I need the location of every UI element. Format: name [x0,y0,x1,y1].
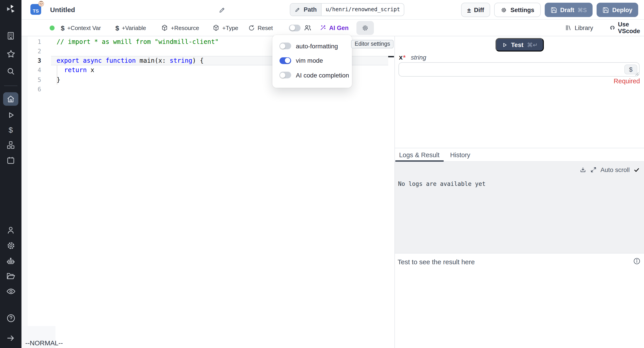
gear-icon [6,240,16,251]
arrow-right-icon [6,333,16,343]
editor-settings-tooltip: Editor settings [351,40,394,48]
toggle-switch[interactable] [279,57,291,64]
sidebar-item-search[interactable] [5,65,16,77]
path-field[interactable]: Path u/henri/renowned_script [290,3,404,16]
sidebar-item-home[interactable] [3,92,18,106]
vim-mode-row[interactable]: vim mode [279,57,323,64]
run-panel: Test ⌘↵ x* string $ Required Logs & Resu… [395,36,644,348]
script-emoji-icon [38,1,44,7]
path-label: Path [304,6,317,13]
sidebar-item-variables[interactable]: $ [5,124,16,136]
line-number: 2 [22,47,41,56]
add-type-button[interactable]: +Type [212,20,238,36]
code-line[interactable] [56,47,219,56]
test-button[interactable]: Test ⌘↵ [496,38,544,52]
argument-input[interactable]: $ [398,62,640,76]
download-logs-icon[interactable] [580,166,586,173]
path-value[interactable]: u/henri/renowned_script [322,3,404,16]
path-label-segment: Path [290,3,322,16]
calendar-icon [6,155,16,165]
sidebar-item-workers[interactable] [5,255,16,267]
code-line[interactable]: export async function main(x: string) { [56,56,219,66]
sidebar-item-audit-logs[interactable] [5,285,16,297]
save-icon [550,7,557,13]
sidebar-item-settings[interactable] [5,240,16,251]
library-button[interactable]: Library [565,20,593,36]
multiplayer-users[interactable] [304,20,312,36]
code-line[interactable]: // import * as wmill from "windmill-clie… [56,37,219,47]
toggle-label: vim mode [296,57,323,64]
library-label: Library [575,24,593,31]
folder-open-icon [6,271,16,281]
indent-guide [57,66,57,85]
building-icon [6,31,16,41]
editor-settings-button[interactable] [356,21,374,35]
sidebar-item-help[interactable] [5,312,16,324]
sidebar-item-schedules[interactable] [5,154,16,166]
language-badge-label: TS [33,8,39,14]
info-icon[interactable] [633,257,641,265]
reset-icon [248,24,255,31]
home-icon [6,94,16,104]
draft-label: Draft [560,7,574,13]
check-icon[interactable] [634,167,640,173]
search-icon [6,66,16,76]
auto-scroll-label[interactable]: Auto scroll [600,166,630,173]
logs-toolbar: Auto scroll [580,166,640,173]
sidebar-item-favorites[interactable] [5,48,16,60]
robot-icon [6,256,16,266]
reset-button[interactable]: Reset [248,20,273,36]
add-context-var-button[interactable]: $ +Context Var [61,20,101,36]
expand-logs-icon[interactable] [590,166,596,173]
cubes-icon [6,140,16,150]
line-number: 3 [22,56,41,66]
add-resource-button[interactable]: +Resource [161,20,199,36]
sidebar-item-users[interactable] [5,224,16,236]
deploy-button[interactable]: Deploy [596,3,638,17]
use-vscode-label: Use VScode [618,21,644,35]
package-icon [212,24,220,31]
users-icon [304,24,312,32]
code-lines[interactable]: // import * as wmill from "windmill-clie… [56,37,219,94]
multiplayer-toggle[interactable] [289,20,300,36]
diff-button[interactable]: ± Diff [461,3,490,17]
edit-title-pencil-icon[interactable] [219,6,226,14]
windmill-logo[interactable] [5,3,16,15]
sidebar-divider [4,86,18,86]
settings-button[interactable]: Settings [494,3,541,17]
pencil-icon [295,7,300,12]
add-resource-label: +Resource [171,24,199,31]
toggle-switch[interactable] [279,43,291,49]
tab-logs-result[interactable]: Logs & Result [395,148,444,162]
use-vscode-button[interactable]: Use VScode [610,20,644,36]
multiplayer-toggle-switch[interactable] [289,24,300,31]
sidebar-item-runs[interactable] [5,109,16,121]
sidebar-item-resources[interactable] [5,139,16,151]
diff-label: Diff [474,7,484,13]
code-line[interactable]: } [56,75,219,85]
line-number: 4 [22,66,41,75]
code-line[interactable] [56,85,219,94]
sidebar-collapse-button[interactable] [5,332,16,344]
ai-gen-button[interactable]: AI Gen [319,20,348,36]
star-icon [6,49,16,59]
toggle-switch[interactable] [279,72,291,78]
tab-history[interactable]: History [444,148,477,162]
test-label: Test [511,41,524,48]
resize-grip-icon[interactable] [635,72,639,75]
gutter: 123456 [22,37,41,94]
sidebar-item-workspace[interactable] [5,30,16,42]
topbar: TS Untitled Path u/henri/renowned_script… [22,0,644,20]
tab-label: Logs & Result [399,151,440,158]
auto-formatting-row[interactable]: auto-formatting [279,42,338,50]
code-line[interactable]: return x [56,66,219,75]
ai-code-completion-row[interactable]: AI code completion [279,71,349,79]
windmill-logo-icon [5,4,16,14]
sidebar-item-folders[interactable] [5,270,16,282]
add-variable-button[interactable]: $ +Variable [116,20,146,36]
user-icon [6,225,16,235]
deploy-label: Deploy [612,7,632,13]
logs-panel: Auto scroll No logs are available yet [395,162,644,253]
draft-button[interactable]: Draft ⌘S [544,3,592,17]
page-title: Untitled [50,6,75,14]
